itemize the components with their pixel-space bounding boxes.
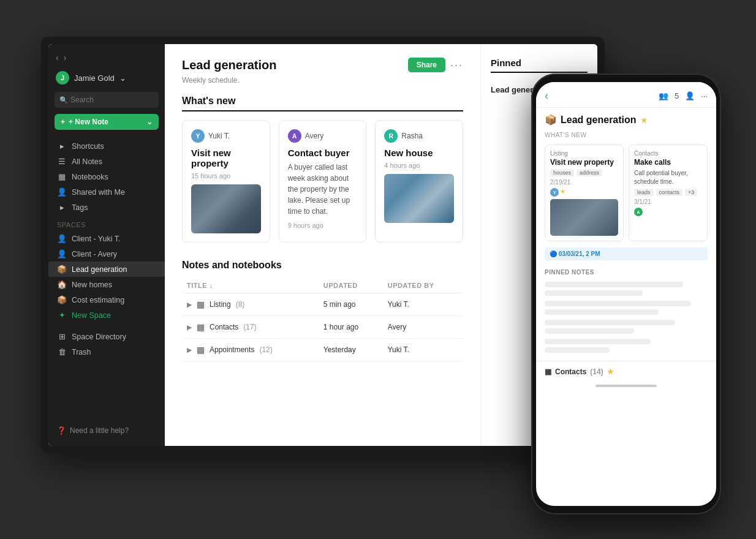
help-item[interactable]: ❓ Need a little help?	[48, 421, 165, 440]
card-title-0: Visit new property	[191, 148, 261, 168]
phone-card-title-2: Make calls	[634, 158, 702, 167]
phone-back-button[interactable]: ‹	[545, 89, 548, 102]
client-avery-icon: 👤	[57, 249, 67, 258]
share-button[interactable]: Share	[408, 58, 445, 72]
nav-forward-arrow[interactable]: ›	[64, 53, 67, 62]
sidebar-item-notebooks[interactable]: ▦ Notebooks	[48, 169, 165, 184]
phone-card-title-1: Visit new property	[550, 158, 618, 167]
help-label: Need a little help?	[70, 426, 129, 435]
mobile-phone: ‹ 👥 5 👤 ··· 📦 Lead generation ★ WHAT'S N…	[531, 74, 721, 514]
card-new-house[interactable]: R Rasha New house 4 hours ago	[375, 120, 463, 243]
card-user-yuki: Y Yuki T.	[191, 129, 261, 143]
card-time-1: 9 hours ago	[288, 222, 358, 229]
sidebar-item-all-notes[interactable]: ☰ All Notes	[48, 154, 165, 169]
card-title-2: New house	[384, 148, 454, 158]
table-updated-0: 5 min ago	[319, 293, 383, 316]
sidebar-item-shared[interactable]: 👤 Shared with Me	[48, 184, 165, 200]
phone-pinned-section: PINNED NOTES	[536, 264, 716, 279]
nav-back-arrow[interactable]: ‹	[56, 53, 59, 62]
trash-icon: 🗑	[57, 347, 67, 356]
phone-card-contacts[interactable]: Contacts Make calls Call potential buyer…	[629, 145, 708, 241]
phone-card-avatars-1: Y ★	[550, 188, 618, 197]
sidebar-item-label: Tags	[72, 203, 88, 212]
sidebar-item-new-space[interactable]: ✦ New Space	[48, 307, 165, 323]
phone-card-image-kitchen	[550, 199, 618, 236]
card-image-house	[384, 174, 454, 223]
table-row[interactable]: ▶ ▦ Appointments (12) Yesterday Yuki T.	[182, 339, 463, 361]
expand-arrow-0[interactable]: ▶	[187, 301, 192, 309]
skeleton-line	[545, 309, 659, 315]
sidebar-item-tags[interactable]: ▸ Tags	[48, 200, 165, 215]
table-row-title-1: ▶ ▦ Contacts (17)	[187, 322, 314, 332]
card-contact-buyer[interactable]: A Avery Contact buyer A buyer called las…	[279, 120, 367, 243]
new-note-button[interactable]: + + New Note ⌄	[55, 114, 159, 130]
phone-tag: houses	[550, 169, 574, 176]
table-updated-1: 1 hour ago	[319, 316, 383, 339]
card-image-kitchen	[191, 184, 261, 233]
sidebar-item-client-yuki[interactable]: 👤 Client - Yuki T.	[48, 231, 165, 246]
phone-more-icon[interactable]: ···	[701, 91, 708, 100]
notebook-count-0: (8)	[236, 300, 245, 309]
col-title[interactable]: TITLE ↓	[182, 278, 319, 293]
notebook-icon-1: ▦	[197, 322, 205, 332]
page-header: Lead generation Share ···	[182, 58, 463, 72]
card-visit-new-property[interactable]: Y Yuki T. Visit new property 15 hours ag…	[182, 120, 270, 243]
notes-table: TITLE ↓ UPDATED UPDATED BY ▶	[182, 278, 463, 361]
lead-gen-icon: 📦	[57, 265, 67, 274]
table-updatedby-0: Yuki T.	[383, 293, 463, 316]
table-updated-2: Yesterday	[319, 339, 383, 361]
sidebar-item-label: Client - Avery	[72, 250, 117, 258]
notes-section-title: Notes and notebooks	[182, 260, 463, 271]
laptop-screen: ‹ › J Jamie Gold ⌄ 🔍 + + New Note	[48, 44, 597, 446]
shortcuts-icon: ▸	[57, 141, 67, 151]
phone-person-icon: 👤	[685, 91, 695, 100]
table-row[interactable]: ▶ ▦ Listing (8) 5 min ago Yuki T.	[182, 293, 463, 316]
search-icon: 🔍	[59, 96, 68, 104]
phone-tag: leads	[634, 189, 654, 196]
sidebar: ‹ › J Jamie Gold ⌄ 🔍 + + New Note	[48, 44, 165, 446]
sidebar-item-shortcuts[interactable]: ▸ Shortcuts	[48, 138, 165, 154]
notebook-count-2: (12)	[259, 345, 272, 354]
notebook-icon-2: ▦	[197, 345, 205, 355]
header-actions: Share ···	[408, 58, 463, 72]
card-username-avery: Avery	[305, 132, 323, 140]
skeleton-line	[545, 290, 643, 296]
phone-title-row: 📦 Lead generation ★	[536, 108, 716, 129]
user-name: Jamie Gold	[74, 74, 115, 83]
phone-tag: contacts	[656, 189, 683, 196]
phone-card-date-1: 2/19/21	[550, 179, 618, 186]
expand-arrow-2[interactable]: ▶	[187, 346, 192, 354]
phone-screen: ‹ 👥 5 👤 ··· 📦 Lead generation ★ WHAT'S N…	[536, 82, 716, 506]
expand-arrow-1[interactable]: ▶	[187, 323, 192, 331]
phone-group-icon: 👥	[659, 91, 668, 100]
sidebar-item-trash[interactable]: 🗑 Trash	[48, 344, 165, 360]
new-note-left: + + New Note	[61, 118, 108, 126]
search-input[interactable]	[55, 92, 159, 108]
sidebar-item-cost-est[interactable]: 📦 Cost estimating	[48, 292, 165, 307]
more-menu-button[interactable]: ···	[450, 59, 463, 72]
phone-highlight-row[interactable]: 🔵 03/03/21, 2 PM	[545, 247, 708, 260]
contacts-notebook-icon: ▦	[545, 368, 551, 376]
card-avatar-avery: A	[288, 129, 301, 143]
sidebar-item-new-homes[interactable]: 🏠 New homes	[48, 277, 165, 292]
card-time-2: 4 hours ago	[384, 162, 454, 169]
screen-container: ‹ › J Jamie Gold ⌄ 🔍 + + New Note	[41, 37, 715, 502]
contacts-count: (14)	[590, 368, 603, 376]
skeleton-line	[545, 347, 610, 353]
sidebar-item-lead-gen[interactable]: 📦 Lead generation	[48, 262, 165, 277]
notebook-count-1: (17)	[243, 323, 256, 331]
sidebar-item-space-directory[interactable]: ⊞ Space Directory	[48, 329, 165, 344]
new-note-label: + New Note	[69, 118, 108, 126]
table-row[interactable]: ▶ ▦ Contacts (17) 1 hour ago Avery	[182, 316, 463, 339]
phone-card-listing[interactable]: Listing Visit new property houses addres…	[545, 145, 624, 241]
phone-card-avatars-2: A	[634, 208, 702, 216]
nav-arrows: ‹ ›	[48, 50, 165, 69]
sidebar-item-client-avery[interactable]: 👤 Client - Avery	[48, 246, 165, 262]
center-panel: Lead generation Share ··· Weekly schedul…	[165, 44, 481, 446]
sidebar-item-label: New Space	[72, 311, 111, 320]
skeleton-line	[545, 282, 683, 287]
phone-contacts-row[interactable]: ▦ Contacts (14) ★	[536, 361, 716, 380]
sidebar-item-label: New homes	[72, 281, 112, 289]
sidebar-item-label: Lead generation	[72, 265, 127, 274]
user-menu[interactable]: J Jamie Gold ⌄	[48, 69, 165, 92]
